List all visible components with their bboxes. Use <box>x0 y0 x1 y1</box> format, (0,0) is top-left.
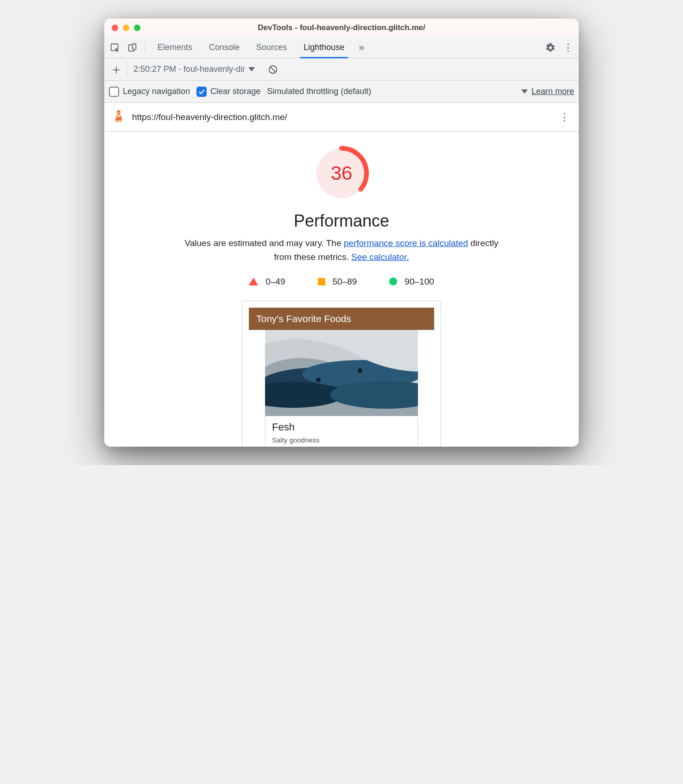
see-calculator-link[interactable]: See calculator. <box>351 252 409 262</box>
device-toolbar-icon[interactable] <box>124 39 141 57</box>
page-preview-card: Tony's Favorite Foods Fesh Salty goodnes… <box>242 301 441 447</box>
traffic-lights <box>104 25 140 31</box>
square-orange-icon <box>318 278 325 285</box>
more-tabs-icon[interactable]: » <box>353 39 370 57</box>
lighthouse-options-bar: Legacy navigation Clear storage Simulate… <box>104 81 579 103</box>
svg-point-17 <box>358 368 362 373</box>
preview-image <box>265 330 418 416</box>
report-menu-icon[interactable]: ⋮ <box>557 115 571 119</box>
legend-low: 0–49 <box>249 277 285 287</box>
score-calculated-link[interactable]: performance score is calculated <box>344 238 468 248</box>
clear-report-icon[interactable] <box>264 61 282 78</box>
tab-label: Console <box>209 43 240 52</box>
inspect-element-icon[interactable] <box>106 39 124 57</box>
chevron-down-icon <box>248 67 255 71</box>
maximize-window-button[interactable] <box>134 25 140 31</box>
chevron-down-icon[interactable] <box>521 89 528 94</box>
report-selector-label: 2:50:27 PM - foul-heavenly-dir <box>133 64 245 74</box>
triangle-red-icon <box>249 278 258 285</box>
tab-label: Lighthouse <box>304 43 344 52</box>
window-titlebar: DevTools - foul-heavenly-direction.glitc… <box>104 19 579 37</box>
clear-storage-option[interactable]: Clear storage <box>196 87 260 97</box>
svg-marker-5 <box>116 110 121 113</box>
more-menu-icon[interactable]: ⋮ <box>559 39 577 57</box>
circle-green-icon <box>389 278 397 285</box>
lighthouse-report: 36 Performance Values are estimated and … <box>104 132 579 447</box>
legend-label: 90–100 <box>405 277 434 287</box>
tab-label: Elements <box>158 43 192 52</box>
tab-label: Sources <box>256 43 287 52</box>
performance-score-value: 36 <box>314 145 369 201</box>
performance-note: Values are estimated and may vary. The p… <box>175 236 508 265</box>
close-window-button[interactable] <box>112 25 118 31</box>
devtools-window: DevTools - foul-heavenly-direction.glitc… <box>104 19 579 447</box>
performance-heading: Performance <box>294 211 389 231</box>
window-title: DevTools - foul-heavenly-direction.glitc… <box>104 23 579 32</box>
settings-icon[interactable] <box>542 39 559 57</box>
preview-header: Tony's Favorite Foods <box>249 308 434 330</box>
score-legend: 0–49 50–89 90–100 <box>249 277 434 287</box>
note-text: Values are estimated and may vary. The <box>185 238 344 248</box>
svg-point-18 <box>316 378 321 382</box>
legacy-navigation-option[interactable]: Legacy navigation <box>109 87 190 97</box>
report-selector[interactable]: 2:50:27 PM - foul-heavenly-dir <box>126 62 259 77</box>
separator <box>145 42 145 54</box>
tab-console[interactable]: Console <box>201 37 248 58</box>
preview-item-title: Fesh <box>272 421 411 433</box>
new-report-icon[interactable]: ＋ <box>106 61 126 78</box>
svg-rect-7 <box>118 113 120 114</box>
tab-sources[interactable]: Sources <box>248 37 295 58</box>
preview-item: Fesh Salty goodness <box>265 416 418 447</box>
performance-score-gauge: 36 <box>314 145 369 201</box>
lighthouse-logo-icon <box>112 109 126 125</box>
legend-high: 90–100 <box>389 277 434 287</box>
option-label: Clear storage <box>210 87 260 96</box>
svg-line-4 <box>271 67 276 72</box>
tab-elements[interactable]: Elements <box>149 37 201 58</box>
legend-label: 50–89 <box>333 277 357 287</box>
option-label: Legacy navigation <box>123 87 190 96</box>
throttling-label: Simulated throttling (default) <box>267 87 371 96</box>
preview-item-subtitle: Salty goodness <box>272 436 411 444</box>
learn-more-link[interactable]: Learn more <box>531 87 574 96</box>
lighthouse-subbar: ＋ 2:50:27 PM - foul-heavenly-dir <box>104 58 579 81</box>
legend-mid: 50–89 <box>318 277 357 287</box>
tab-lighthouse[interactable]: Lighthouse <box>295 37 353 58</box>
report-url: https://foul-heavenly-direction.glitch.m… <box>132 112 551 122</box>
minimize-window-button[interactable] <box>123 25 129 31</box>
devtools-tabbar: Elements Console Sources Lighthouse » ⋮ <box>104 37 579 58</box>
checkbox-unchecked-icon <box>109 87 119 97</box>
legend-label: 0–49 <box>266 277 285 287</box>
svg-rect-2 <box>133 44 136 49</box>
checkbox-checked-icon <box>196 87 207 97</box>
report-url-bar: https://foul-heavenly-direction.glitch.m… <box>104 103 579 132</box>
